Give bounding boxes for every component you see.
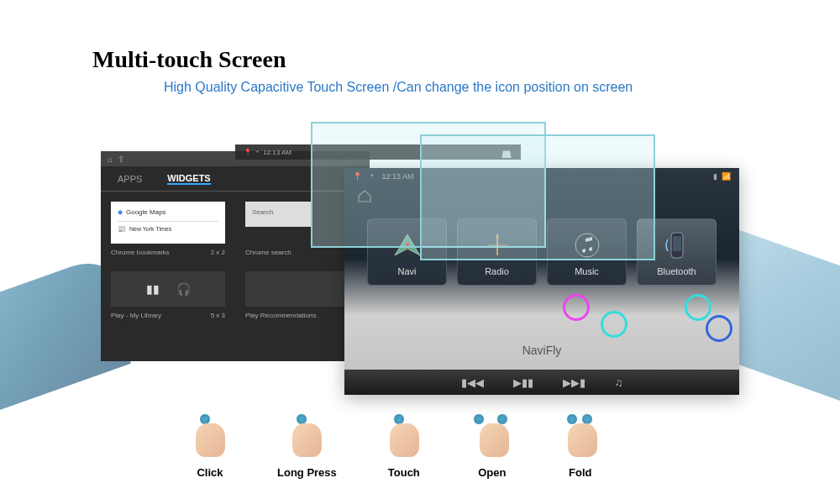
prev-track-button[interactable]: ▮◀◀ [461,376,484,389]
battery-icon: ▮ [713,172,717,181]
music-menu-icon[interactable]: ♫ [615,376,623,389]
hand-open-icon [471,413,513,459]
gesture-fold: Fold [559,413,601,479]
touch-overlay-frame-2 [420,134,655,260]
app-label: Navi [397,266,416,276]
status-time-secondary: 12:13 AM [263,149,291,156]
location-icon: 📍 [244,149,252,156]
widgets-column-1: ◆Google Maps 📰New York Times Chrome book… [101,192,235,361]
next-track-button[interactable]: ▶▶▮ [563,376,585,389]
gesture-label: Open [478,466,506,479]
headphones-icon: 🎧 [176,282,191,296]
bluetooth-icon [660,228,694,262]
widget-label-recs: Play Recommendations [245,312,316,319]
hand-fold-icon [559,413,601,459]
hand-click-icon [189,413,231,459]
widget-label-chrome-search: Chrome search [245,249,291,256]
page-title: Multi-touch Screen [92,46,286,73]
brand-label: NaviFly [522,344,562,357]
bluetooth-status-icon: * [256,149,259,156]
touch-indicator-1 [563,294,590,321]
tab-widgets[interactable]: WIDGETS [167,173,210,185]
hand-long-press-icon [286,413,328,459]
playback-bar: ▮◀◀ ▶▮▮ ▶▶▮ ♫ [344,370,739,395]
play-pause-button[interactable]: ▶▮▮ [513,376,533,389]
widget-play-library[interactable]: ▮▮ 🎧 [111,271,225,307]
widget-play-recs[interactable] [245,271,360,307]
widget-google-maps[interactable]: ◆Google Maps 📰New York Times [111,202,225,244]
gestures-row: Click Long Press Touch Open Fold [189,413,601,479]
widget-label-bookmarks: Chrome bookmarks [111,249,170,256]
touch-indicator-4 [706,315,732,342]
app-label: Bluetooth [657,266,696,276]
touch-indicator-2 [601,311,627,338]
svg-rect-5 [673,236,681,251]
hand-touch-icon [383,413,425,459]
gesture-open: Open [471,413,513,479]
widget-size-1: 2 x 2 [211,249,225,256]
home-outline-icon: ⌂ [108,155,113,164]
touch-indicator-3 [685,294,711,321]
app-label: Radio [485,266,509,276]
gesture-click: Click [189,413,231,479]
signal-icon: 📶 [722,172,731,181]
widget-label-library: Play - My Library [111,312,161,319]
widget-size-2: 5 x 3 [211,312,225,319]
gesture-label: Fold [569,466,591,479]
gesture-label: Click [197,466,223,479]
page-subtitle: High Quality Capacitive Touch Screen /Ca… [164,80,633,95]
gesture-long-press: Long Press [277,413,337,479]
gesture-label: Touch [388,466,420,479]
tab-apps[interactable]: APPS [118,174,142,184]
widget-search[interactable]: Search [245,202,312,227]
screens-container: 📍 * 12:13 AM ⌂ ⇧ APPS WIDGETS ◆Google Ma… [101,147,739,391]
gesture-touch: Touch [383,413,425,479]
app-label: Music [575,266,599,276]
upload-icon: ⇧ [118,155,124,164]
book-icon: ▮▮ [146,282,160,296]
gesture-label: Long Press [277,466,337,479]
